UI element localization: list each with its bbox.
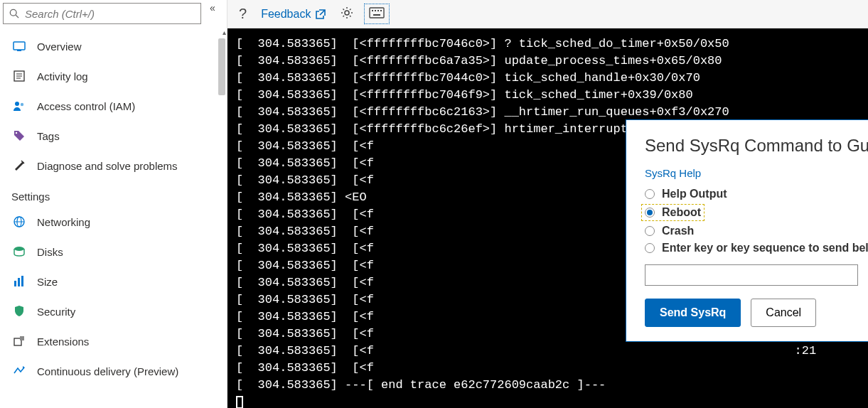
option-crash[interactable]: Crash <box>645 225 868 237</box>
feedback-label: Feedback <box>261 8 311 21</box>
option-reboot[interactable]: Reboot <box>642 205 704 220</box>
radio-icon <box>645 208 655 218</box>
keyboard-button[interactable] <box>365 4 389 23</box>
option-help-output[interactable]: Help Output <box>645 188 868 200</box>
option-label: Enter key or key sequence to send below: <box>662 242 868 254</box>
activity-icon <box>11 70 27 82</box>
sidebar-item-label: Size <box>37 276 58 288</box>
cd-icon <box>11 365 27 377</box>
console-line: [ 304.583365] [<ffffffffbc6a7a35>] updat… <box>236 53 859 70</box>
svg-rect-18 <box>21 276 23 286</box>
sidebar-section-settings: Settings <box>0 181 227 207</box>
settings-gear-button[interactable] <box>336 4 358 24</box>
collapse-sidebar-icon[interactable]: « <box>204 2 221 14</box>
size-icon <box>11 275 27 288</box>
console-cursor <box>236 396 243 408</box>
svg-point-8 <box>15 102 19 106</box>
radio-icon <box>645 243 655 253</box>
sidebar-item-label: Diagnose and solve problems <box>37 160 178 172</box>
svg-point-0 <box>10 9 16 16</box>
console-line: [ 304.583365] [<ffffffffbc7044c0>] tick_… <box>236 70 859 87</box>
svg-rect-33 <box>375 10 376 11</box>
svg-rect-32 <box>372 10 373 11</box>
tags-icon <box>11 129 27 142</box>
svg-rect-20 <box>20 336 24 340</box>
sidebar-item-label: Continuous delivery (Preview) <box>37 365 178 377</box>
svg-rect-34 <box>377 10 379 11</box>
toolbar: ? Feedback <box>227 0 868 28</box>
diagnose-icon <box>11 159 27 172</box>
networking-icon <box>11 215 27 228</box>
svg-line-29 <box>343 16 345 17</box>
custom-key-input[interactable] <box>645 264 858 286</box>
dialog-title: Send SysRq Command to Guest <box>645 136 868 156</box>
console-line: [ 304.583365] [<ffffffffbc7046f9>] tick_… <box>236 87 859 104</box>
sidebar-item-overview[interactable]: Overview <box>0 31 227 61</box>
main-pane: ? Feedback [ 304.583365] [<ffffffffbc704… <box>227 0 868 408</box>
radio-icon <box>645 189 655 199</box>
send-sysrq-button[interactable]: Send SysRq <box>645 299 741 327</box>
shield-icon <box>11 305 27 318</box>
sidebar-item-extensions[interactable]: Extensions <box>0 326 227 356</box>
cancel-button[interactable]: Cancel <box>751 299 816 327</box>
svg-rect-3 <box>17 50 21 51</box>
sysrq-dialog: Send SysRq Command to Guest SysRq Help H… <box>626 119 868 342</box>
dialog-buttons: Send SysRq Cancel <box>645 299 868 327</box>
svg-line-1 <box>16 15 18 18</box>
scroll-up-arrow[interactable]: ▴ <box>223 31 226 36</box>
sidebar-item-label: Extensions <box>37 335 89 348</box>
iam-icon <box>11 100 27 112</box>
console-line: [ 304.583365] [<ffffffffbc7046c0>] ? tic… <box>236 36 859 53</box>
svg-point-10 <box>16 132 17 134</box>
option-label: Crash <box>662 225 694 237</box>
search-box[interactable] <box>3 3 201 24</box>
console-line: [ 304.583365] [<ffffffffbc6c2163>] __hrt… <box>236 104 859 121</box>
sidebar-item-disks[interactable]: Disks <box>0 237 227 267</box>
svg-rect-36 <box>373 14 380 16</box>
svg-line-30 <box>350 9 351 11</box>
search-input[interactable] <box>23 7 195 21</box>
disks-icon <box>11 245 27 258</box>
sysrq-help-link[interactable]: SysRq Help <box>645 167 701 179</box>
external-link-icon <box>315 9 326 20</box>
svg-point-15 <box>14 247 24 251</box>
console-line: [ 304.583365] [<f <box>236 360 859 377</box>
svg-rect-17 <box>18 278 20 286</box>
sidebar-item-size[interactable]: Size <box>0 267 227 296</box>
sidebar-item-label: Security <box>37 306 75 318</box>
svg-point-9 <box>21 103 23 106</box>
console-line: [ 304.583365] [<f :21 <box>236 343 859 360</box>
sidebar-item-label: Overview <box>37 41 82 53</box>
svg-line-28 <box>350 16 351 17</box>
scrollbar-thumb[interactable] <box>218 38 225 95</box>
svg-rect-31 <box>370 8 384 18</box>
extensions-icon <box>11 335 27 348</box>
sidebar-item-networking[interactable]: Networking <box>0 207 227 237</box>
svg-line-27 <box>343 9 345 11</box>
help-button[interactable]: ? <box>235 6 251 22</box>
svg-rect-35 <box>380 10 382 11</box>
sidebar-item-label: Access control (IAM) <box>37 100 135 112</box>
svg-rect-2 <box>14 42 25 50</box>
sidebar-item-label: Disks <box>37 246 63 258</box>
sidebar-item-tags[interactable]: Tags <box>0 121 227 151</box>
sidebar-item-label: Activity log <box>37 70 88 82</box>
sidebar-item-security[interactable]: Security <box>0 296 227 326</box>
svg-point-22 <box>345 11 349 15</box>
sidebar-item-diagnose[interactable]: Diagnose and solve problems <box>0 151 227 181</box>
overview-icon <box>11 40 27 53</box>
gear-icon <box>341 6 353 19</box>
sidebar-nav: ▴ Overview Activity log Access control (… <box>0 31 227 408</box>
sidebar-item-access-control[interactable]: Access control (IAM) <box>0 91 227 121</box>
search-icon <box>9 9 19 18</box>
sidebar-item-continuous-delivery[interactable]: Continuous delivery (Preview) <box>0 356 227 386</box>
console-line: [ 304.583365] ---[ end trace e62c772609c… <box>236 377 859 394</box>
svg-rect-16 <box>14 281 16 286</box>
feedback-link[interactable]: Feedback <box>258 8 329 21</box>
radio-icon <box>645 226 655 236</box>
keyboard-icon <box>369 7 385 18</box>
sidebar-item-activity-log[interactable]: Activity log <box>0 61 227 91</box>
option-label: Help Output <box>662 188 727 200</box>
sidebar-item-label: Tags <box>37 130 60 142</box>
option-custom-key[interactable]: Enter key or key sequence to send below: <box>645 242 868 254</box>
